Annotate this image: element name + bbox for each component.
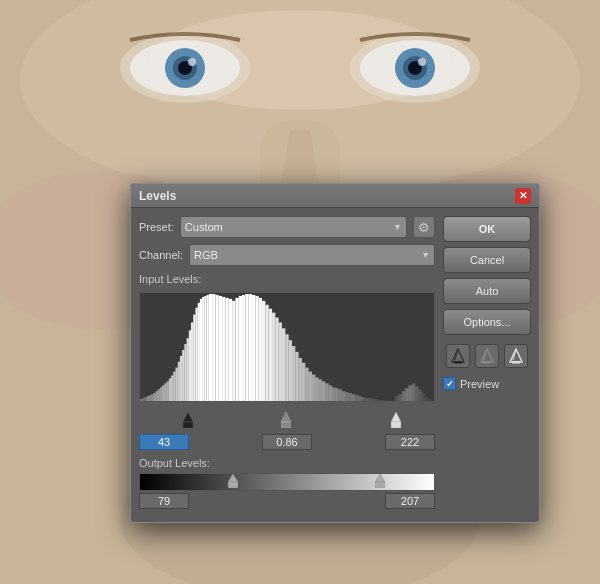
- svg-rect-89: [329, 385, 332, 401]
- dialog-titlebar: Levels ✕: [131, 184, 539, 208]
- svg-rect-27: [151, 394, 153, 401]
- output-white-handle[interactable]: [375, 474, 385, 491]
- svg-rect-80: [299, 358, 302, 401]
- auto-button[interactable]: Auto: [443, 278, 531, 304]
- svg-rect-100: [365, 398, 368, 401]
- svg-rect-97: [355, 395, 358, 401]
- svg-rect-51: [204, 296, 206, 401]
- svg-rect-116: [425, 397, 428, 401]
- svg-rect-121: [281, 422, 291, 428]
- dialog-right-panel: OK Cancel Auto Options...: [443, 216, 531, 514]
- svg-rect-83: [309, 372, 312, 401]
- svg-rect-96: [352, 394, 355, 401]
- output-white-input[interactable]: [385, 493, 435, 509]
- output-black-handle[interactable]: [228, 474, 238, 491]
- output-levels-label: Output Levels:: [139, 457, 210, 469]
- preset-value: Custom: [185, 221, 223, 233]
- input-values-row: [139, 434, 435, 450]
- levels-dialog: Levels ✕ Preset: Custom ▼ ⚙ Channel:: [130, 183, 540, 523]
- svg-rect-35: [169, 378, 171, 401]
- svg-rect-90: [332, 387, 335, 401]
- black-eyedropper-button[interactable]: [446, 344, 470, 368]
- close-button[interactable]: ✕: [515, 188, 531, 204]
- white-point-handle[interactable]: [391, 412, 401, 431]
- ok-button[interactable]: OK: [443, 216, 531, 242]
- svg-rect-66: [252, 295, 255, 401]
- white-eyedropper-button[interactable]: [504, 344, 528, 368]
- svg-rect-81: [302, 363, 305, 401]
- svg-rect-43: [187, 338, 189, 401]
- svg-marker-128: [452, 349, 464, 362]
- svg-rect-52: [207, 295, 209, 401]
- svg-rect-106: [385, 400, 388, 401]
- gear-button[interactable]: ⚙: [413, 216, 435, 238]
- channel-dropdown[interactable]: RGB ▼: [189, 244, 435, 266]
- svg-rect-102: [372, 399, 375, 401]
- svg-rect-23: [142, 398, 144, 401]
- svg-rect-22: [140, 399, 142, 401]
- svg-rect-101: [369, 398, 372, 401]
- gray-eyedropper-button[interactable]: [475, 344, 499, 368]
- svg-rect-125: [228, 482, 238, 488]
- histogram-svg: [140, 293, 434, 401]
- svg-rect-29: [156, 391, 158, 401]
- cancel-button[interactable]: Cancel: [443, 247, 531, 273]
- gamma-input[interactable]: [262, 434, 312, 450]
- svg-rect-91: [335, 388, 338, 401]
- output-values-row: [139, 493, 435, 509]
- preset-row: Preset: Custom ▼ ⚙: [139, 216, 435, 238]
- svg-rect-132: [483, 361, 491, 364]
- svg-rect-44: [189, 330, 191, 401]
- svg-rect-65: [249, 294, 252, 401]
- dialog-left-panel: Preset: Custom ▼ ⚙ Channel: RGB ▼ In: [139, 216, 435, 514]
- svg-marker-131: [481, 349, 493, 362]
- svg-rect-57: [222, 297, 225, 401]
- svg-rect-110: [405, 388, 408, 401]
- svg-rect-36: [171, 375, 173, 401]
- svg-rect-60: [232, 301, 235, 401]
- svg-rect-63: [242, 295, 245, 401]
- preview-checkbox[interactable]: ✓: [443, 377, 456, 390]
- channel-value: RGB: [194, 249, 218, 261]
- svg-rect-82: [305, 368, 308, 401]
- svg-rect-113: [415, 386, 418, 401]
- svg-rect-79: [295, 352, 298, 401]
- svg-rect-62: [239, 296, 242, 401]
- svg-rect-53: [209, 294, 212, 401]
- svg-point-12: [188, 58, 196, 66]
- input-levels-label: Input Levels:: [139, 273, 201, 285]
- svg-rect-94: [345, 392, 348, 401]
- svg-rect-129: [454, 361, 462, 364]
- svg-rect-114: [418, 389, 421, 401]
- svg-rect-103: [375, 399, 378, 401]
- svg-marker-118: [183, 412, 193, 422]
- black-point-handle[interactable]: [183, 412, 193, 431]
- svg-rect-93: [342, 391, 345, 401]
- checkbox-check-mark: ✓: [446, 379, 454, 389]
- svg-rect-75: [282, 328, 285, 401]
- dialog-body: Preset: Custom ▼ ⚙ Channel: RGB ▼ In: [131, 208, 539, 522]
- preset-dropdown[interactable]: Custom ▼: [180, 216, 407, 238]
- svg-rect-85: [315, 377, 318, 401]
- channel-dropdown-arrow: ▼: [421, 250, 430, 260]
- options-button[interactable]: Options...: [443, 309, 531, 335]
- svg-rect-32: [162, 385, 164, 401]
- svg-marker-126: [375, 474, 385, 482]
- channel-label: Channel:: [139, 249, 183, 261]
- svg-rect-117: [428, 399, 431, 401]
- white-point-input[interactable]: [385, 434, 435, 450]
- svg-rect-59: [229, 299, 232, 401]
- svg-rect-55: [215, 295, 218, 401]
- output-black-input[interactable]: [139, 493, 189, 509]
- svg-rect-109: [402, 391, 405, 401]
- preset-label: Preset:: [139, 221, 174, 233]
- channel-row: Channel: RGB ▼: [139, 244, 435, 266]
- svg-rect-49: [200, 299, 202, 401]
- svg-rect-87: [322, 381, 325, 401]
- svg-rect-135: [512, 361, 520, 364]
- gamma-point-handle[interactable]: [281, 412, 291, 431]
- svg-rect-42: [184, 344, 186, 401]
- gear-icon: ⚙: [418, 220, 430, 235]
- black-point-input[interactable]: [139, 434, 189, 450]
- svg-rect-108: [398, 394, 401, 401]
